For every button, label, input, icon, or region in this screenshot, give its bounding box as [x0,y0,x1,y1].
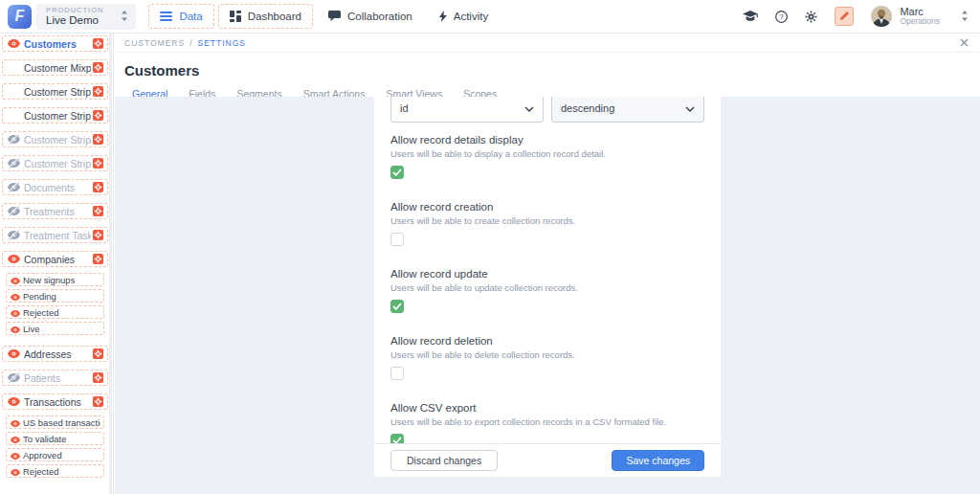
environment-selector[interactable]: PRODUCTION Live Demo [36,4,136,30]
collection-settings-gear-icon[interactable] [93,254,103,264]
sidebar-item-documents[interactable]: Documents [2,179,108,195]
user-menu[interactable]: Marc Operations [871,6,940,27]
option-description: Users will be able to delete collection … [390,349,704,360]
sidebar-segment-rejected[interactable]: Rejected [6,305,104,319]
settings-body: id descending Allow record details displ… [115,97,980,494]
collection-settings-gear-icon[interactable] [93,230,103,240]
eye-icon[interactable] [11,287,20,304]
collection-settings-gear-icon[interactable] [93,158,103,168]
sidebar-segment-pending[interactable]: Pending [6,289,104,303]
eye-slash-icon[interactable] [8,134,20,145]
sidebar-item-customer-stripe[interactable]: Customer Stripe ... [2,155,108,171]
collection-settings-gear-icon[interactable] [93,134,103,145]
settings-icon[interactable] [805,11,817,23]
sidebar-item-transactions[interactable]: Transactions [2,393,108,410]
eye-slash-icon[interactable] [8,182,20,192]
sidebar-segment-label: Rejected [23,466,59,477]
page-title: Customers [124,62,980,79]
sidebar-segment-rejected[interactable]: Rejected [6,464,104,478]
user-role: Operations [900,17,940,27]
sidebar-item-patients[interactable]: Patients [2,370,108,386]
eye-slash-icon[interactable] [8,158,20,168]
option-checkbox[interactable] [390,434,404,443]
option-checkbox[interactable] [390,300,404,313]
sidebar-item-label: Customer Stripe C... [24,110,91,122]
collections-sidebar: CustomersCustomer Mixpan...Customer Stri… [0,34,114,494]
sidebar-item-label: Documents [24,182,91,193]
close-icon[interactable] [960,38,969,47]
nav-tab-label: Activity [454,11,488,22]
help-icon[interactable]: ? [775,11,788,23]
settings-form: id descending Allow record details displ… [374,97,721,443]
collection-settings-gear-icon[interactable] [93,396,103,407]
sidebar-segment-live[interactable]: Live [6,322,104,335]
collection-settings-gear-icon[interactable] [93,62,103,73]
option-checkbox[interactable] [390,367,404,380]
collection-settings-gear-icon[interactable] [93,372,103,383]
sidebar-item-label: Treatment Tasks [24,230,91,241]
nav-tab-label: Dashboard [248,11,301,22]
sidebar-segment-us-based-transactions[interactable]: US based transactions [6,415,104,429]
option-checkbox[interactable] [390,166,404,179]
collection-settings-gear-icon[interactable] [93,86,103,97]
eye-icon[interactable] [11,446,20,463]
sort-order-select[interactable]: descending [551,97,704,123]
eye-icon[interactable] [11,414,20,431]
nav-tab-activity[interactable]: Activity [428,4,500,29]
option-description: Users will be able to update collection … [390,282,704,293]
sidebar-segment-new-signups[interactable]: New signups [6,273,104,286]
collection-settings-gear-icon[interactable] [93,182,103,192]
sidebar-item-addresses[interactable]: Addresses [2,346,108,362]
eye-icon[interactable] [11,320,20,337]
forest-logo[interactable]: F [8,5,32,29]
sidebar-item-treatment-tasks[interactable]: Treatment Tasks [2,227,108,243]
edit-layout-button[interactable] [835,7,854,26]
form-option: Allow record details displayUsers will b… [390,134,704,179]
sidebar-item-customer-stripe-c[interactable]: Customer Stripe C... [2,107,108,124]
eye-slash-icon[interactable] [8,206,20,216]
chat-icon [328,11,341,22]
breadcrumb-parent[interactable]: CUSTOMERS [124,38,185,48]
sidebar-segment-label: Rejected [23,307,59,318]
sort-field-select[interactable]: id [390,97,544,123]
pencil-icon [839,10,850,24]
sidebar-item-label: Companies [24,254,91,265]
sidebar-item-label: Addresses [24,348,91,360]
nav-tab-collaboration[interactable]: Collaboration [317,4,424,29]
eye-icon[interactable] [11,462,20,480]
eye-icon[interactable] [11,271,20,288]
svg-text:?: ? [780,12,785,21]
eye-icon[interactable] [8,255,20,263]
sidebar-item-customer-stripe-i[interactable]: Customer Stripe I... [2,131,108,147]
collection-settings-gear-icon[interactable] [93,348,103,359]
sidebar-segment-approved[interactable]: Approved [6,448,104,461]
eye-icon[interactable] [8,39,20,48]
nav-tab-dashboard[interactable]: Dashboard [218,4,313,29]
form-option: Allow record creationUsers will be able … [390,201,704,246]
sidebar-scrollbar[interactable] [109,34,112,494]
collection-settings-gear-icon[interactable] [93,38,103,49]
option-description: Users will be able to display a collecti… [390,148,704,159]
sidebar-item-label: Transactions [24,396,91,408]
sidebar-segment-to-validate[interactable]: To validate [6,432,104,445]
eye-icon[interactable] [11,303,20,321]
save-changes-button[interactable]: Save changes [612,450,704,471]
sidebar-item-label: Patients [24,372,91,384]
sidebar-item-customer-mixpan[interactable]: Customer Mixpan... [2,59,108,76]
sidebar-item-companies[interactable]: Companies [2,251,108,267]
eye-slash-icon[interactable] [8,372,20,383]
collection-settings-gear-icon[interactable] [93,206,103,216]
discard-changes-button[interactable]: Discard changes [390,450,498,471]
sidebar-item-treatments[interactable]: Treatments [2,203,108,219]
eye-slash-icon[interactable] [8,230,20,240]
option-checkbox[interactable] [390,233,404,246]
eye-icon[interactable] [8,397,20,406]
sort-row: id descending [390,97,704,123]
sidebar-item-customer-stripe-b[interactable]: Customer Stripe B... [2,83,108,100]
collection-settings-gear-icon[interactable] [93,110,103,121]
academy-icon[interactable] [743,11,758,23]
nav-tab-data[interactable]: Data [148,4,213,29]
sidebar-item-customers[interactable]: Customers [2,35,108,52]
eye-icon[interactable] [11,430,20,447]
eye-icon[interactable] [8,349,20,358]
